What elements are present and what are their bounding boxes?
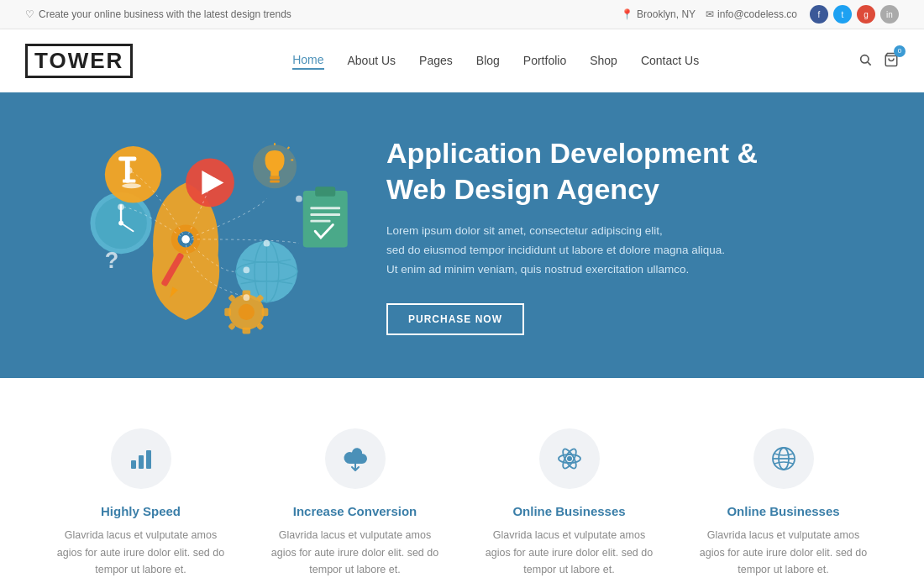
feature-conversion-desc: Glavrida lacus et vulputate amos agios f… bbox=[267, 527, 444, 579]
location-text: Brooklyn, NY bbox=[637, 8, 696, 20]
search-button[interactable] bbox=[858, 53, 872, 70]
linkedin-icon[interactable]: in bbox=[880, 5, 899, 24]
nav-contact[interactable]: Contact Us bbox=[641, 54, 699, 69]
svg-rect-24 bbox=[303, 191, 348, 247]
feature-online2-icon-wrap bbox=[753, 428, 814, 489]
hero-title: Application Development &Web Design Agen… bbox=[386, 135, 874, 207]
svg-point-49 bbox=[296, 196, 302, 202]
feature-speed-desc: Glavrida lacus et vulputate amos agios f… bbox=[53, 527, 229, 579]
feature-online2: Online Businesses Glavrida lacus et vulp… bbox=[696, 428, 872, 579]
svg-point-57 bbox=[567, 456, 572, 461]
nav-about[interactable]: About Us bbox=[348, 54, 396, 69]
hero-section: ? Application Development &Web Design Ag… bbox=[0, 92, 924, 378]
feature-conversion: Increase Conversion Glavrida lacus et vu… bbox=[267, 428, 444, 579]
purchase-now-button[interactable]: PURCHASE NOW bbox=[386, 303, 524, 335]
email-info: ✉ info@codeless.co bbox=[706, 8, 797, 20]
chart-icon bbox=[128, 445, 155, 472]
svg-rect-38 bbox=[262, 308, 269, 317]
heart-icon: ♡ bbox=[25, 8, 34, 20]
svg-point-46 bbox=[118, 203, 124, 210]
svg-rect-20 bbox=[270, 181, 280, 183]
feature-speed-icon-wrap bbox=[111, 428, 171, 489]
atom-icon bbox=[556, 445, 583, 472]
feature-speed: Highly Speed Glavrida lacus et vulputate… bbox=[53, 428, 229, 579]
cart-button[interactable]: 0 bbox=[884, 52, 899, 71]
top-bar-right: 📍 Brooklyn, NY ✉ info@codeless.co f t g … bbox=[621, 5, 899, 24]
svg-rect-36 bbox=[243, 328, 251, 334]
google-plus-icon[interactable]: g bbox=[857, 5, 875, 24]
svg-point-15 bbox=[122, 183, 141, 188]
svg-rect-13 bbox=[118, 157, 136, 161]
nav-blog[interactable]: Blog bbox=[476, 54, 500, 69]
svg-rect-54 bbox=[139, 455, 144, 469]
feature-online1-icon-wrap bbox=[539, 428, 600, 489]
location-info: 📍 Brooklyn, NY bbox=[621, 8, 696, 20]
social-icons: f t g in bbox=[810, 5, 899, 24]
svg-rect-55 bbox=[146, 450, 151, 469]
svg-rect-53 bbox=[131, 460, 136, 469]
nav-home[interactable]: Home bbox=[292, 53, 323, 70]
tagline-area: ♡ Create your online business with the l… bbox=[25, 8, 291, 20]
svg-point-48 bbox=[207, 180, 213, 186]
feature-speed-title: Highly Speed bbox=[53, 504, 229, 518]
facebook-icon[interactable]: f bbox=[810, 5, 828, 24]
svg-point-50 bbox=[264, 240, 270, 247]
cloud-icon bbox=[342, 445, 369, 472]
nav-shop[interactable]: Shop bbox=[590, 54, 617, 69]
svg-text:?: ? bbox=[105, 248, 118, 273]
location-icon: 📍 bbox=[621, 8, 633, 20]
top-bar: ♡ Create your online business with the l… bbox=[0, 0, 924, 29]
twitter-icon[interactable]: t bbox=[833, 5, 852, 24]
feature-conversion-title: Increase Conversion bbox=[267, 504, 444, 518]
svg-rect-14 bbox=[123, 180, 135, 183]
hero-description: Lorem ipsum dolor sit amet, consectetur … bbox=[386, 222, 739, 280]
svg-rect-28 bbox=[310, 220, 330, 223]
navbar: TOWER Home About Us Pages Blog Portfolio… bbox=[0, 29, 924, 92]
svg-point-34 bbox=[239, 304, 255, 320]
svg-point-0 bbox=[861, 55, 869, 62]
svg-point-52 bbox=[243, 294, 249, 301]
hero-content: Application Development &Web Design Agen… bbox=[370, 135, 874, 335]
email-icon: ✉ bbox=[706, 8, 714, 20]
svg-point-51 bbox=[243, 267, 249, 274]
svg-rect-25 bbox=[315, 186, 335, 197]
nav-links: Home About Us Pages Blog Portfolio Shop … bbox=[292, 53, 699, 70]
svg-rect-37 bbox=[224, 308, 231, 317]
feature-conversion-icon-wrap bbox=[325, 428, 386, 489]
svg-rect-19 bbox=[270, 176, 280, 180]
nav-portfolio[interactable]: Portfolio bbox=[523, 54, 566, 69]
nav-icons: 0 bbox=[858, 52, 899, 71]
feature-online1-title: Online Businesses bbox=[481, 504, 658, 518]
feature-online1: Online Businesses Glavrida lacus et vulp… bbox=[481, 428, 658, 579]
feature-online1-desc: Glavrida lacus et vulputate amos agios f… bbox=[481, 527, 658, 579]
contact-info: 📍 Brooklyn, NY ✉ info@codeless.co bbox=[621, 8, 797, 20]
svg-line-1 bbox=[868, 62, 871, 66]
nav-pages[interactable]: Pages bbox=[419, 54, 453, 69]
site-logo[interactable]: TOWER bbox=[25, 44, 133, 78]
email-text: info@codeless.co bbox=[717, 8, 797, 20]
svg-line-22 bbox=[287, 147, 289, 149]
hero-illustration: ? bbox=[50, 126, 370, 344]
svg-rect-27 bbox=[310, 213, 340, 216]
svg-point-47 bbox=[126, 167, 133, 174]
tagline-text: Create your online business with the lat… bbox=[39, 8, 291, 20]
globe-icon bbox=[770, 445, 797, 472]
feature-online2-title: Online Businesses bbox=[696, 504, 872, 518]
cart-badge: 0 bbox=[894, 45, 906, 57]
features-section: Highly Speed Glavrida lacus et vulputate… bbox=[0, 378, 924, 583]
svg-point-11 bbox=[105, 146, 161, 202]
svg-rect-26 bbox=[310, 207, 340, 209]
feature-online2-desc: Glavrida lacus et vulputate amos agios f… bbox=[696, 527, 872, 579]
